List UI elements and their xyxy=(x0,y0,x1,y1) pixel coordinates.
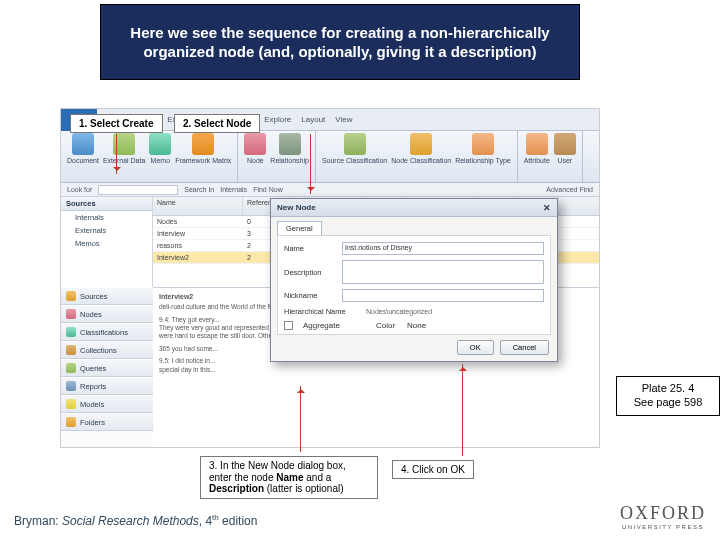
callout-step-4: 4. Click on OK xyxy=(392,460,474,479)
searchin-label: Search In xyxy=(184,186,214,193)
ribbon-relationship[interactable]: Relationship xyxy=(270,133,309,164)
callout-step-1: 1. Select Create xyxy=(70,114,163,133)
collections-icon xyxy=(66,345,76,355)
new-node-dialog: New Node ✕ General Name Inst.notions of … xyxy=(270,198,558,362)
arrow-2 xyxy=(310,134,311,194)
tab-explore[interactable]: Explore xyxy=(264,115,291,124)
ribbon-document[interactable]: Document xyxy=(67,133,99,164)
nav-classifications[interactable]: Classifications xyxy=(61,323,153,341)
tab-view[interactable]: View xyxy=(335,115,352,124)
advanced-find-link[interactable]: Advanced Find xyxy=(546,186,593,193)
cancel-button[interactable]: Cancel xyxy=(500,340,549,355)
hierarchical-label: Hierarchical Name xyxy=(284,307,360,316)
ok-button[interactable]: OK xyxy=(457,340,494,355)
sources-panel: Sources Internals Externals Memos xyxy=(61,197,153,287)
ribbon-body: Document External Data Memo Framework Ma… xyxy=(61,131,599,183)
aggregate-checkbox[interactable] xyxy=(284,321,293,330)
findnow-button[interactable]: Find Now xyxy=(253,186,283,193)
sources-header: Sources xyxy=(61,197,152,211)
nav-folders[interactable]: Folders xyxy=(61,413,153,431)
t: (latter is optional) xyxy=(264,483,343,494)
navigation-stack: Sources Nodes Classifications Collection… xyxy=(61,287,153,447)
field-aggregate: Aggregate Color None xyxy=(284,321,544,330)
sources-internals[interactable]: Internals xyxy=(61,211,152,224)
user-icon xyxy=(554,133,576,155)
ed-post: edition xyxy=(219,514,258,528)
color-value[interactable]: None xyxy=(407,321,426,330)
dialog-titlebar: New Node ✕ xyxy=(271,199,557,217)
tab-layout[interactable]: Layout xyxy=(301,115,325,124)
field-name: Name Inst.notions of Disney xyxy=(284,242,544,255)
hierarchical-value: Nodes\uncategorized xyxy=(366,308,544,315)
ed-pre: , 4 xyxy=(199,514,212,528)
lbl: Document xyxy=(67,157,99,164)
plate-line2: See page 598 xyxy=(634,396,703,410)
search-bar: Look for Search In Internals Find Now Ad… xyxy=(61,183,599,197)
nav-reports[interactable]: Reports xyxy=(61,377,153,395)
ribbon-external[interactable]: External Data xyxy=(103,133,145,164)
lbl: Relationship xyxy=(270,157,309,164)
dialog-tab-general[interactable]: General xyxy=(277,221,322,235)
ribbon-node-class[interactable]: Node Classification xyxy=(391,133,451,164)
description-input[interactable] xyxy=(342,260,544,284)
instruction-header: Here we see the sequence for creating a … xyxy=(100,4,580,80)
ribbon-src-class[interactable]: Source Classification xyxy=(322,133,387,164)
field-description: Description xyxy=(284,260,544,284)
col-name[interactable]: Name xyxy=(153,197,243,215)
nodes-icon xyxy=(66,309,76,319)
lbl: Reports xyxy=(80,382,106,391)
nav-nodes[interactable]: Nodes xyxy=(61,305,153,323)
nickname-input[interactable] xyxy=(342,289,544,302)
name-input[interactable]: Inst.notions of Disney xyxy=(342,242,544,255)
sources-icon xyxy=(66,291,76,301)
footer-citation: Bryman: Social Research Methods, 4th edi… xyxy=(14,513,257,528)
nav-sources[interactable]: Sources xyxy=(61,287,153,305)
cell: Interview xyxy=(153,228,243,239)
sources-externals[interactable]: Externals xyxy=(61,224,152,237)
oxford-subtitle: UNIVERSITY PRESS xyxy=(620,524,706,530)
arrow-3 xyxy=(300,386,301,452)
ribbon-node[interactable]: Node xyxy=(244,133,266,164)
models-icon xyxy=(66,399,76,409)
reports-icon xyxy=(66,381,76,391)
dialog-title-text: New Node xyxy=(277,203,316,212)
attribute-icon xyxy=(526,133,548,155)
callout-step-3: 3. In the New Node dialog box, enter the… xyxy=(200,456,378,499)
lookfor-input[interactable] xyxy=(98,185,178,195)
ribbon-framework[interactable]: Framework Matrix xyxy=(175,133,231,164)
ribbon-group-sources: Document External Data Memo Framework Ma… xyxy=(61,131,238,182)
lbl: Node Classification xyxy=(391,157,451,164)
lbl: Classifications xyxy=(80,328,128,337)
lbl: Queries xyxy=(80,364,106,373)
lbl: Collections xyxy=(80,346,117,355)
book-title: Social Research Methods xyxy=(62,514,199,528)
lbl: Models xyxy=(80,400,104,409)
aggregate-label: Aggregate xyxy=(303,321,340,330)
nav-collections[interactable]: Collections xyxy=(61,341,153,359)
lbl: Sources xyxy=(80,292,108,301)
field-hierarchical: Hierarchical Name Nodes\uncategorized xyxy=(284,307,544,316)
name-value: Inst.notions of Disney xyxy=(345,244,412,251)
close-icon[interactable]: ✕ xyxy=(543,203,551,213)
name-label: Name xyxy=(284,244,336,253)
plate-label: Plate 25. 4 See page 598 xyxy=(616,376,720,416)
lbl: Relationship Type xyxy=(455,157,511,164)
instruction-text: Here we see the sequence for creating a … xyxy=(121,23,559,62)
ribbon-memo[interactable]: Memo xyxy=(149,133,171,164)
framework-icon xyxy=(192,133,214,155)
ribbon-user[interactable]: User xyxy=(554,133,576,164)
ribbon-attribute[interactable]: Attribute xyxy=(524,133,550,164)
doc-line: special day in this... xyxy=(159,366,593,374)
queries-icon xyxy=(66,363,76,373)
arrow-4 xyxy=(462,364,463,456)
searchin-value[interactable]: Internals xyxy=(220,186,247,193)
ribbon-rel-type[interactable]: Relationship Type xyxy=(455,133,511,164)
t: Description xyxy=(209,483,264,494)
cell: Interview2 xyxy=(153,252,243,263)
nav-queries[interactable]: Queries xyxy=(61,359,153,377)
nav-models[interactable]: Models xyxy=(61,395,153,413)
sources-memos[interactable]: Memos xyxy=(61,237,152,250)
plate-line1: Plate 25. 4 xyxy=(642,382,695,396)
arrow-1 xyxy=(116,134,117,174)
ribbon-group-nodes: Node Relationship xyxy=(238,131,316,182)
